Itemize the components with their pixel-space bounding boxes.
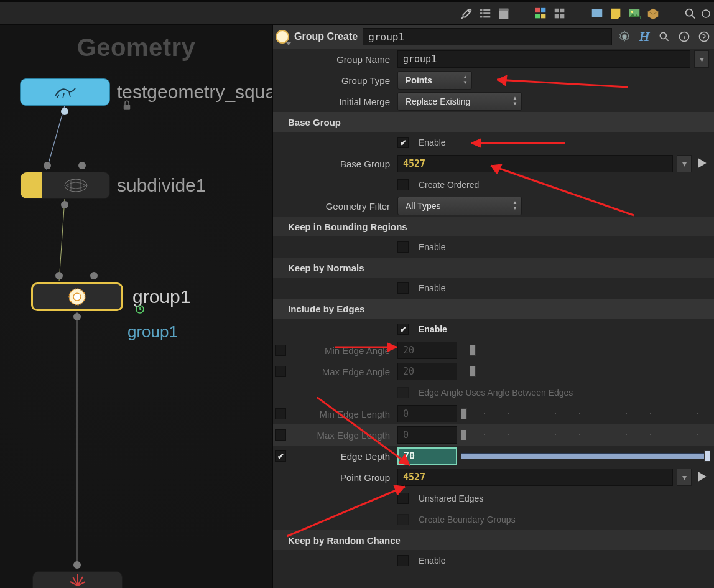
label-edge-depth: Edge Depth	[288, 451, 397, 462]
svg-rect-5	[483, 12, 490, 14]
grid-icon[interactable]	[551, 5, 568, 22]
tools-icon[interactable]	[458, 5, 475, 22]
max-edge-angle-slider[interactable]	[461, 366, 709, 377]
sticky-note-icon[interactable]	[607, 5, 624, 22]
svg-point-21	[686, 9, 693, 16]
svg-point-19	[631, 11, 634, 13]
svg-rect-17	[592, 9, 603, 17]
edge-angle-between-label: Edge Angle Uses Angle Between Edges	[419, 388, 573, 398]
max-edge-length-input[interactable]	[397, 426, 457, 444]
node-label: testgeometry_squa	[117, 82, 272, 103]
svg-rect-9	[536, 7, 540, 12]
boundary-groups-checkbox	[397, 514, 409, 525]
label-base-group: Base Group	[273, 159, 397, 169]
base-group-enable-checkbox[interactable]	[397, 137, 409, 148]
min-edge-length-slider[interactable]	[461, 408, 709, 419]
edge-depth-input[interactable]	[397, 447, 457, 465]
label-geometry-filter: Geometry Filter	[273, 201, 397, 212]
edge-depth-slider[interactable]	[461, 450, 709, 462]
info-icon[interactable]	[677, 29, 692, 44]
unshared-edges-checkbox[interactable]	[397, 493, 409, 504]
group-visualizer-label: group1	[128, 322, 178, 342]
edge-depth-toggle[interactable]	[275, 450, 286, 462]
label-max-edge-angle: Max Edge Angle	[288, 366, 397, 377]
bounding-enable-label: Enable	[419, 242, 446, 252]
svg-rect-26	[124, 105, 131, 110]
section-base-group[interactable]: Base Group	[273, 112, 714, 132]
edges-enable-checkbox[interactable]	[397, 324, 409, 335]
svg-point-27	[65, 179, 87, 192]
section-bounding[interactable]: Keep in Bounding Regions	[273, 217, 714, 236]
comment-box-icon[interactable]	[588, 5, 606, 22]
min-edge-length-toggle[interactable]	[275, 408, 286, 419]
svg-rect-1	[480, 9, 483, 11]
svg-rect-10	[541, 7, 545, 12]
max-edge-length-toggle[interactable]	[275, 429, 286, 441]
label-group-type: Group Type	[273, 75, 397, 86]
geometry-filter-dropdown[interactable]: All Types ▲▼	[397, 197, 522, 215]
label-initial-merge: Initial Merge	[273, 96, 397, 107]
min-edge-angle-slider[interactable]	[461, 345, 709, 356]
min-edge-length-input[interactable]	[397, 405, 457, 422]
normals-enable-label: Enable	[419, 283, 446, 293]
svg-point-29	[73, 293, 81, 301]
section-edges[interactable]: Include by Edges	[273, 299, 714, 319]
view-icon[interactable]	[700, 5, 712, 22]
group-name-input[interactable]	[397, 50, 690, 68]
top-toolbar: +	[0, 0, 714, 25]
group-type-dropdown[interactable]: Points ▲▼	[397, 71, 472, 90]
network-view[interactable]: Geometry testgeometry_squa subdivide1	[0, 25, 272, 588]
operator-type-label: Group Create	[294, 31, 358, 42]
help-h-icon[interactable]: H	[637, 29, 652, 44]
min-edge-angle-input[interactable]	[397, 342, 457, 359]
label-point-group: Point Group	[273, 472, 397, 483]
gear-icon[interactable]	[617, 29, 632, 44]
search-icon[interactable]	[682, 5, 699, 22]
svg-rect-14	[560, 8, 564, 12]
base-group-menu[interactable]: ▾	[677, 155, 692, 172]
node-label: subdivide1	[117, 175, 206, 196]
base-group-input[interactable]	[397, 155, 673, 172]
svg-rect-13	[555, 8, 559, 12]
svg-rect-2	[480, 12, 483, 14]
base-group-select-icon[interactable]	[698, 158, 709, 170]
group-name-menu[interactable]: ▾	[694, 50, 709, 68]
spreadsheet-icon[interactable]	[495, 5, 512, 22]
max-edge-angle-input[interactable]	[397, 363, 457, 380]
bounding-enable-checkbox[interactable]	[397, 241, 409, 253]
initial-merge-value: Replace Existing	[406, 96, 470, 106]
svg-rect-4	[483, 9, 490, 11]
package-icon[interactable]	[644, 5, 662, 22]
max-edge-angle-toggle[interactable]	[275, 366, 286, 377]
point-group-menu[interactable]: ▾	[677, 469, 692, 486]
help-icon[interactable]	[697, 29, 712, 44]
tree-icon[interactable]	[476, 5, 494, 22]
min-edge-angle-toggle[interactable]	[275, 345, 286, 356]
normals-enable-checkbox[interactable]	[397, 282, 409, 294]
node-subdivide[interactable]: subdivide1	[20, 172, 110, 199]
initial-merge-dropdown[interactable]: Replace Existing ▲▼	[397, 92, 522, 111]
create-ordered-label: Create Ordered	[419, 180, 479, 190]
svg-rect-12	[541, 14, 545, 18]
operator-type-icon[interactable]	[276, 30, 289, 44]
create-ordered-checkbox[interactable]	[397, 179, 409, 190]
edge-angle-between-checkbox	[397, 387, 409, 398]
section-random[interactable]: Keep by Random Chance	[273, 530, 714, 550]
image-icon[interactable]: +	[626, 5, 643, 22]
point-group-input[interactable]	[397, 469, 673, 486]
point-group-select-icon[interactable]	[698, 472, 709, 483]
palette-icon[interactable]	[532, 5, 550, 22]
geometry-filter-value: All Types	[406, 201, 441, 211]
svg-point-0	[469, 9, 471, 11]
node-testgeometry[interactable]: testgeometry_squa	[20, 78, 110, 106]
operator-name-input[interactable]	[363, 28, 612, 45]
node-group-selected[interactable]: group1	[31, 282, 123, 311]
section-normals[interactable]: Keep by Normals	[273, 258, 714, 278]
node-blast[interactable]	[32, 571, 123, 588]
svg-rect-16	[560, 14, 564, 17]
random-enable-checkbox[interactable]	[397, 555, 409, 566]
svg-line-23	[47, 106, 65, 170]
max-edge-length-slider[interactable]	[461, 429, 709, 441]
params-header: Group Create H	[273, 25, 714, 49]
search-param-icon[interactable]	[657, 29, 672, 44]
